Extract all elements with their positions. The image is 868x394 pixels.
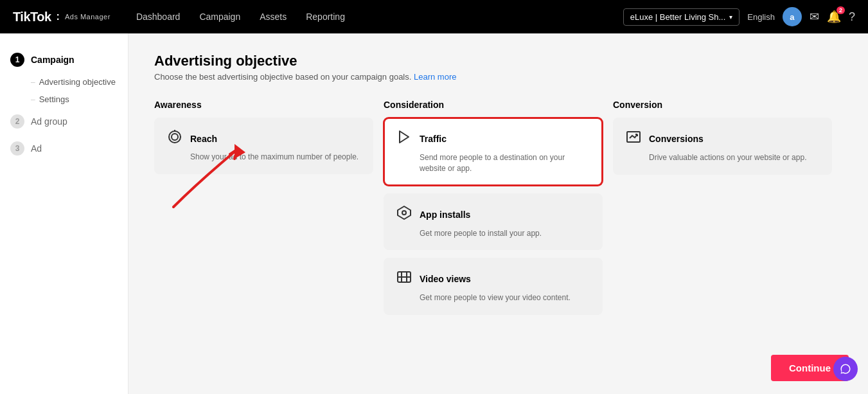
step-1-number: 1 xyxy=(10,53,24,67)
account-name: eLuxe | Better Living Sh... xyxy=(630,12,726,22)
nav-dashboard[interactable]: Dashboard xyxy=(136,9,181,24)
learn-more-link[interactable]: Learn more xyxy=(414,72,456,82)
sidebar-item-settings[interactable]: Settings xyxy=(0,91,128,108)
avatar[interactable]: a xyxy=(783,7,802,26)
advertising-objective-label: Advertising objective xyxy=(39,77,116,87)
nav-reporting[interactable]: Reporting xyxy=(306,9,345,24)
reach-card[interactable]: Reach Show your ad to the maximum number… xyxy=(154,118,373,174)
awareness-header: Awareness xyxy=(154,100,384,110)
video-views-desc: Get more people to view your video conte… xyxy=(395,292,591,303)
help-icon[interactable]: ? xyxy=(849,10,855,24)
sidebar-step-3[interactable]: 3 Ad xyxy=(0,135,128,162)
nav-links: Dashboard Campaign Assets Reporting xyxy=(136,9,604,24)
conversion-column: Conversion Co xyxy=(613,100,842,315)
notification-badge: 2 xyxy=(837,6,845,14)
video-views-icon xyxy=(395,269,413,289)
sidebar-step-2[interactable]: 2 Ad group xyxy=(0,108,128,135)
awareness-column: Awareness Rea xyxy=(154,100,384,315)
consideration-column: Consideration Traffic Send more p xyxy=(384,100,613,315)
svg-marker-5 xyxy=(398,206,411,219)
reach-icon xyxy=(166,129,184,148)
svg-point-1 xyxy=(172,134,178,140)
sidebar-step-1[interactable]: 1 Campaign xyxy=(0,46,128,73)
page-title: Advertising objective xyxy=(154,53,842,69)
language-label: English xyxy=(747,12,775,22)
notifications-icon[interactable]: 🔔 2 xyxy=(827,10,841,24)
traffic-card-top: Traffic xyxy=(395,129,591,148)
inbox-icon[interactable]: ✉ xyxy=(810,10,819,24)
traffic-card[interactable]: Traffic Send more people to a destinatio… xyxy=(384,118,603,186)
nav-assets[interactable]: Assets xyxy=(260,9,287,24)
sidebar: 1 Campaign Advertising objective Setting… xyxy=(0,33,128,394)
chat-widget[interactable] xyxy=(833,357,858,381)
main-content: Advertising objective Choose the best ad… xyxy=(128,33,868,394)
logo-ads-manager-text: Ads Manager xyxy=(65,13,111,21)
app-installs-card-top: App installs xyxy=(395,205,591,224)
conversions-title: Conversions xyxy=(649,134,704,144)
reach-title: Reach xyxy=(190,134,217,144)
reach-desc: Show your ad to the maximum number of pe… xyxy=(166,152,362,163)
conversions-card-top: Conversions xyxy=(624,129,820,148)
logo: TikTok : Ads Manager xyxy=(13,10,111,24)
dropdown-chevron-icon: ▾ xyxy=(729,13,732,21)
logo-separator: : xyxy=(57,11,60,22)
conversion-header: Conversion xyxy=(613,100,842,110)
main-layout: 1 Campaign Advertising objective Setting… xyxy=(0,33,868,394)
svg-marker-4 xyxy=(400,131,409,143)
step-3-number: 3 xyxy=(10,141,24,156)
step-2-number: 2 xyxy=(10,114,24,129)
step-3-label: Ad xyxy=(31,143,42,154)
reach-card-top: Reach xyxy=(166,129,362,148)
page-subtitle: Choose the best advertising objective ba… xyxy=(154,72,842,82)
account-selector[interactable]: eLuxe | Better Living Sh... ▾ xyxy=(623,8,740,26)
objectives-grid: Awareness Rea xyxy=(154,100,842,315)
video-views-title: Video views xyxy=(420,274,471,284)
conversions-desc: Drive valuable actions on your website o… xyxy=(624,152,820,163)
app-installs-card[interactable]: App installs Get more people to install … xyxy=(384,193,603,251)
consideration-items: Traffic Send more people to a destinatio… xyxy=(384,118,613,315)
logo-tiktok-text: TikTok xyxy=(13,10,51,24)
conversions-card[interactable]: Conversions Drive valuable actions on yo… xyxy=(613,118,832,175)
video-views-card[interactable]: Video views Get more people to view your… xyxy=(384,258,603,315)
app-installs-icon xyxy=(395,205,413,224)
consideration-header: Consideration xyxy=(384,100,613,110)
nav-campaign[interactable]: Campaign xyxy=(199,9,240,24)
traffic-icon xyxy=(395,129,413,148)
step-1-label: Campaign xyxy=(31,55,75,65)
app-installs-desc: Get more people to install your app. xyxy=(395,228,591,239)
nav-right: eLuxe | Better Living Sh... ▾ English a … xyxy=(623,7,855,26)
traffic-desc: Send more people to a destination on you… xyxy=(395,152,591,174)
top-navigation: TikTok : Ads Manager Dashboard Campaign … xyxy=(0,0,868,33)
sidebar-item-advertising-objective[interactable]: Advertising objective xyxy=(0,73,128,91)
video-views-card-top: Video views xyxy=(395,269,591,289)
conversion-items: Conversions Drive valuable actions on yo… xyxy=(613,118,842,175)
step-2-label: Ad group xyxy=(31,116,67,127)
traffic-title: Traffic xyxy=(420,134,447,144)
svg-point-6 xyxy=(402,211,406,215)
awareness-items: Reach Show your ad to the maximum number… xyxy=(154,118,384,174)
app-installs-title: App installs xyxy=(420,210,470,220)
settings-label: Settings xyxy=(39,94,69,104)
conversions-icon xyxy=(624,129,642,148)
svg-point-0 xyxy=(169,131,181,143)
